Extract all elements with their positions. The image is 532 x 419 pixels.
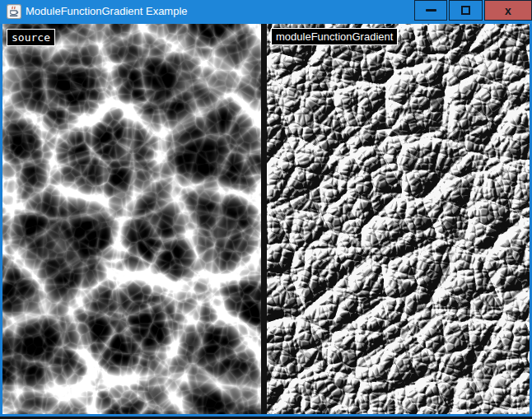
close-icon: x	[505, 5, 511, 16]
titlebar[interactable]: ModuleFunctionGradient Example x	[0, 0, 532, 24]
maximize-icon	[461, 6, 470, 15]
maximize-button[interactable]	[449, 0, 483, 21]
window-title: ModuleFunctionGradient Example	[26, 0, 188, 24]
gradient-label: moduleFunctionGradient	[271, 28, 398, 45]
source-image	[2, 24, 261, 414]
gradient-image	[267, 24, 530, 414]
java-coffee-cup-icon	[7, 4, 21, 19]
source-label: source	[7, 29, 55, 46]
minimize-icon	[426, 9, 436, 12]
app-window: ModuleFunctionGradient Example x source …	[0, 0, 532, 419]
close-button[interactable]: x	[484, 0, 532, 21]
minimize-button[interactable]	[414, 0, 447, 21]
